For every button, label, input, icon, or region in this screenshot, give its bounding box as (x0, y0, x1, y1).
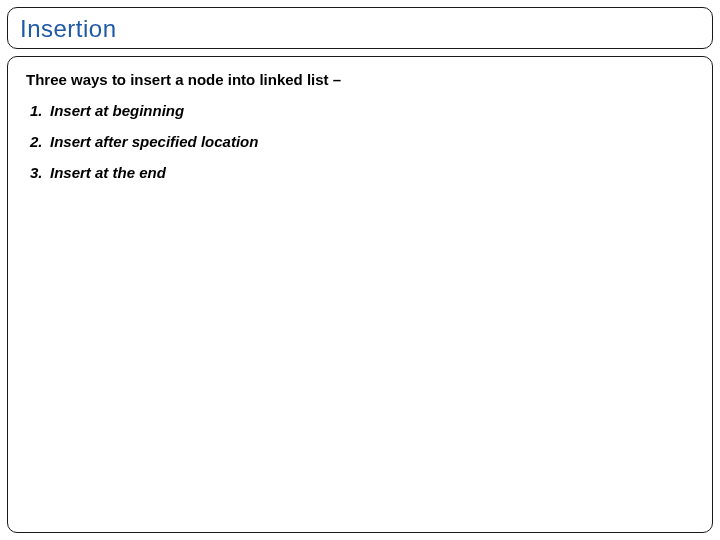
content-container: Three ways to insert a node into linked … (7, 56, 713, 533)
list-item: Insert at beginning (30, 102, 694, 119)
intro-text: Three ways to insert a node into linked … (26, 71, 694, 88)
title-container: Insertion (7, 7, 713, 49)
list-item: Insert at the end (30, 164, 694, 181)
list-item: Insert after specified location (30, 133, 694, 150)
insertion-methods-list: Insert at beginning Insert after specifi… (26, 102, 694, 181)
slide-title: Insertion (20, 15, 117, 43)
